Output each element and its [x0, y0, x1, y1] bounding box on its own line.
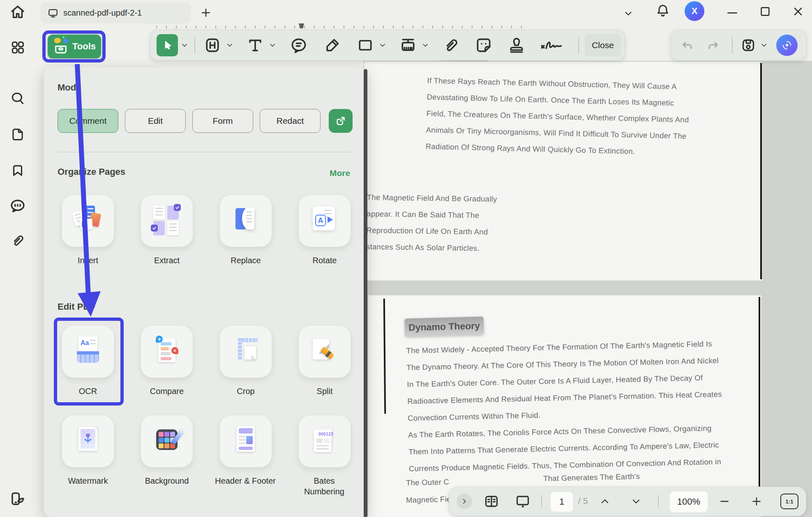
stamp-icon	[508, 36, 526, 54]
chevron-down-icon	[760, 41, 768, 49]
signature-tool-button[interactable]	[539, 36, 564, 54]
page-number-input[interactable]: 1	[550, 491, 573, 512]
tool-tile-extract[interactable]	[141, 195, 193, 247]
text-tool-button[interactable]	[246, 36, 264, 54]
paperclip-icon	[10, 233, 25, 248]
save-button[interactable]	[740, 37, 757, 53]
zoom-in-button[interactable]	[751, 496, 762, 507]
panel-scrollbar[interactable]	[364, 69, 367, 517]
page2-right-edge	[759, 297, 760, 516]
highlight-tool-button[interactable]	[203, 36, 221, 54]
header-footer-icon	[231, 426, 260, 455]
redo-button[interactable]	[706, 39, 720, 53]
measure-icon	[399, 36, 417, 54]
book-spread-icon	[484, 494, 499, 509]
actual-size-button[interactable]: 1:1	[780, 494, 798, 509]
plus-icon	[751, 496, 762, 507]
undo-button[interactable]	[680, 39, 694, 53]
new-tab-button[interactable]	[200, 7, 212, 19]
sidebar-item-bookmarks[interactable]	[10, 163, 25, 179]
tool-label-header-footer: Header & Footer	[215, 475, 276, 486]
user-avatar[interactable]: X	[685, 1, 704, 21]
attachment-tool-button[interactable]	[442, 36, 460, 54]
toolbar-divider	[658, 495, 659, 508]
toolbar-divider	[732, 37, 733, 53]
next-page-button[interactable]	[631, 496, 641, 507]
edit-pdf-heading: Edit PDF	[58, 301, 95, 312]
expand-panel-button[interactable]	[457, 494, 472, 509]
redo-icon	[706, 39, 720, 53]
tool-label-crop: Crop	[213, 386, 279, 396]
zoom-out-button[interactable]	[719, 496, 730, 507]
sidebar-item-mobile-transfer[interactable]	[9, 490, 26, 508]
comment-tool-button[interactable]	[290, 36, 308, 54]
chevron-down-icon	[180, 41, 189, 49]
mode-heading: Mode	[58, 82, 81, 93]
mode-redact-button[interactable]: Redact	[260, 109, 321, 133]
sidebar-item-search[interactable]	[10, 90, 25, 106]
mode-comment-button[interactable]: Comment	[58, 109, 118, 133]
panel-divider	[58, 152, 352, 153]
save-dropdown[interactable]	[760, 41, 768, 49]
tool-tile-crop[interactable]	[220, 326, 272, 378]
tool-label-compare: Compare	[134, 386, 200, 396]
sidebar-item-comments[interactable]	[9, 197, 26, 215]
window-minimize-button[interactable]	[726, 6, 739, 19]
open-in-new-window-button[interactable]	[329, 109, 353, 133]
tool-tile-split[interactable]	[299, 326, 351, 378]
select-tool-button[interactable]	[157, 34, 178, 56]
text-tool-dropdown[interactable]	[268, 41, 277, 49]
minimize-icon	[726, 6, 739, 19]
sidebar-item-attachments[interactable]	[10, 233, 25, 248]
previous-page-button[interactable]	[600, 496, 610, 507]
extract-icon	[152, 206, 181, 234]
presentation-mode-button[interactable]	[515, 494, 531, 509]
tool-tile-rotate[interactable]: A	[299, 195, 351, 247]
heading-box-icon	[203, 36, 221, 54]
zoom-level-input[interactable]: 100%	[669, 491, 708, 512]
plus-icon	[200, 7, 212, 19]
tool-tile-watermark[interactable]	[62, 415, 114, 467]
mode-edit-button[interactable]: Edit	[125, 109, 186, 133]
tool-tile-bates-numbering[interactable]: 000123	[299, 415, 351, 467]
external-link-icon	[335, 115, 346, 127]
home-button[interactable]	[9, 3, 26, 21]
shape-tool-dropdown[interactable]	[378, 41, 387, 49]
tool-tile-background[interactable]	[141, 415, 193, 467]
measure-tool-dropdown[interactable]	[421, 41, 429, 49]
tool-label-replace: Replace	[213, 255, 279, 266]
chevron-down-icon	[378, 41, 387, 49]
notifications-button[interactable]	[655, 3, 670, 18]
bell-icon	[655, 3, 670, 18]
select-tool-dropdown[interactable]	[180, 41, 189, 49]
reading-mode-button[interactable]	[484, 494, 499, 509]
measure-tool-button[interactable]	[399, 36, 417, 54]
mode-form-button[interactable]: Form	[192, 109, 253, 133]
background-icon	[152, 426, 181, 455]
sidebar-item-thumbnails[interactable]	[10, 39, 25, 55]
save-icon	[740, 37, 757, 53]
tools-highlight-box	[42, 30, 106, 63]
shape-tool-button[interactable]	[356, 36, 374, 54]
split-icon	[310, 336, 339, 365]
ai-assistant-button[interactable]	[776, 35, 798, 56]
signature-icon	[539, 36, 564, 54]
window-close-button[interactable]	[791, 5, 805, 18]
sticker-tool-button[interactable]	[475, 36, 493, 54]
tool-tile-insert[interactable]	[62, 195, 114, 247]
bates-number-text: 000123	[318, 432, 333, 436]
tool-tile-compare[interactable]	[141, 326, 193, 378]
organize-more-link[interactable]: More	[330, 168, 350, 178]
organize-pages-heading: Organize Pages	[58, 167, 125, 177]
sidebar-item-pages[interactable]	[10, 127, 25, 142]
window-maximize-button[interactable]	[759, 5, 772, 18]
close-mode-button[interactable]: Close	[585, 34, 621, 56]
highlight-tool-dropdown[interactable]	[226, 41, 234, 49]
document-tab[interactable]: scanned-pdf-updf-2-1	[40, 2, 191, 23]
tool-tile-header-footer[interactable]	[220, 415, 272, 467]
stamp-tool-button[interactable]	[508, 36, 526, 54]
tab-list-dropdown[interactable]	[623, 8, 634, 19]
pencil-tool-button[interactable]	[323, 36, 341, 54]
ruler-ticks	[156, 26, 531, 28]
tool-tile-replace[interactable]	[220, 195, 272, 247]
